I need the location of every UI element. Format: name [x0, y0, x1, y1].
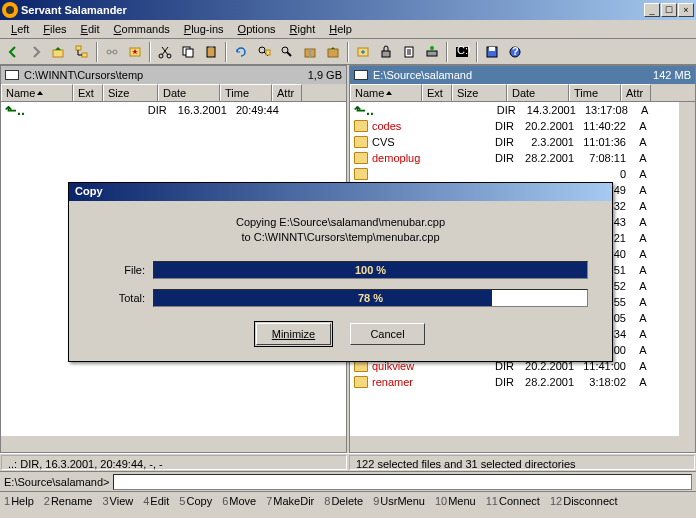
back-button[interactable] [2, 41, 24, 63]
col-size[interactable]: Size [452, 84, 507, 101]
save-pos-button[interactable] [481, 41, 503, 63]
file-attr: A [630, 152, 656, 164]
toolbar-sep [347, 42, 349, 62]
paste-button[interactable] [200, 41, 222, 63]
scrollbar-h[interactable] [1, 436, 330, 452]
up-button[interactable] [48, 41, 70, 63]
refresh-button[interactable] [230, 41, 252, 63]
minimize-button[interactable]: _ [644, 3, 660, 17]
table-row[interactable]: codesDIR20.2.200111:40:22A [350, 118, 695, 134]
scrollbar-v[interactable] [679, 102, 695, 436]
maximize-button[interactable]: ☐ [661, 3, 677, 17]
cut-button[interactable] [154, 41, 176, 63]
fkey-move[interactable]: 6Move [222, 495, 256, 507]
col-date[interactable]: Date [158, 84, 220, 101]
fkey-help[interactable]: 1Help [4, 495, 34, 507]
properties-button[interactable] [398, 41, 420, 63]
tree-button[interactable] [71, 41, 93, 63]
svg-rect-10 [207, 47, 215, 57]
svg-point-4 [113, 50, 117, 54]
fkey-view[interactable]: 3View [102, 495, 133, 507]
table-row[interactable]: CVSDIR2.3.200111:01:36A [350, 134, 695, 150]
connect-button[interactable] [421, 41, 443, 63]
app-title: Servant Salamander [21, 4, 644, 16]
svg-rect-13 [266, 50, 270, 55]
col-ext[interactable]: Ext [73, 84, 103, 101]
col-time[interactable]: Time [220, 84, 272, 101]
scrollbar-h[interactable] [350, 436, 679, 452]
total-progressbar: 78 % [153, 289, 588, 307]
share-button[interactable] [352, 41, 374, 63]
file-attr: A [630, 136, 656, 148]
file-attr: A [630, 280, 656, 292]
menu-files[interactable]: Files [36, 21, 73, 37]
toolbar: C:\ ? [0, 39, 696, 65]
toolbar-sep [446, 42, 448, 62]
col-attr[interactable]: Attr [272, 84, 302, 101]
fkey-edit[interactable]: 4Edit [143, 495, 169, 507]
dialog-title: Copy [69, 183, 612, 201]
fkey-usrmenu[interactable]: 9UsrMenu [373, 495, 425, 507]
fkey-connect[interactable]: 11Connect [486, 495, 540, 507]
file-time: 0 [578, 168, 630, 180]
menu-help[interactable]: Help [322, 21, 359, 37]
close-button[interactable]: × [678, 3, 694, 17]
find-button[interactable] [253, 41, 275, 63]
fkey-disconnect[interactable]: 12Disconnect [550, 495, 618, 507]
cmd-prompt: E:\Source\salamand> [4, 476, 109, 488]
view-button[interactable] [276, 41, 298, 63]
table-row[interactable]: demoplugDIR28.2.20017:08:11A [350, 150, 695, 166]
permissions-button[interactable] [375, 41, 397, 63]
file-time: 11:01:36 [578, 136, 630, 148]
file-attr: A [630, 344, 656, 356]
fkey-rename[interactable]: 2Rename [44, 495, 93, 507]
col-time[interactable]: Time [569, 84, 621, 101]
menu-right[interactable]: Right [283, 21, 323, 37]
right-pathbar[interactable]: E:\Source\salamand 142 MB [350, 66, 695, 84]
right-status: 122 selected files and 31 selected direc… [349, 455, 695, 470]
col-attr[interactable]: Attr [621, 84, 651, 101]
svg-rect-26 [489, 47, 495, 51]
fkey-delete[interactable]: 8Delete [324, 495, 363, 507]
copy-button[interactable] [177, 41, 199, 63]
col-name[interactable]: Name [1, 84, 73, 101]
left-pathbar[interactable]: C:\WINNT\Cursors\temp 1,9 GB [1, 66, 346, 84]
favorites-button[interactable] [124, 41, 146, 63]
file-attr: A [630, 296, 656, 308]
updir-row[interactable]: ⬑..DIR16.3.200120:49:44 [1, 102, 346, 118]
drive-icon [5, 70, 19, 80]
unzip-button[interactable] [322, 41, 344, 63]
link-button[interactable] [101, 41, 123, 63]
col-size[interactable]: Size [103, 84, 158, 101]
menu-plug-ins[interactable]: Plug-ins [177, 21, 231, 37]
menu-options[interactable]: Options [231, 21, 283, 37]
copy-dialog: Copy Copying E:\Source\salamand\menubar.… [68, 182, 613, 362]
updir-row[interactable]: ⬑..DIR14.3.200113:17:08A [350, 102, 695, 118]
svg-rect-16 [309, 49, 311, 57]
menu-left[interactable]: Left [4, 21, 36, 37]
fkey-menu[interactable]: 10Menu [435, 495, 476, 507]
table-row[interactable]: 0A [350, 166, 695, 182]
app-icon [2, 2, 18, 18]
col-name[interactable]: Name [350, 84, 422, 101]
file-attr: A [630, 168, 656, 180]
file-attr: A [630, 248, 656, 260]
help-button[interactable]: ? [504, 41, 526, 63]
svg-rect-9 [186, 49, 193, 57]
cmd-button[interactable]: C:\ [451, 41, 473, 63]
table-row[interactable]: renamerDIR28.2.20013:18:02A [350, 374, 695, 390]
forward-button[interactable] [25, 41, 47, 63]
fkey-makedir[interactable]: 7MakeDir [266, 495, 314, 507]
col-ext[interactable]: Ext [422, 84, 452, 101]
right-freespace: 142 MB [653, 69, 691, 81]
right-columns: Name Ext Size Date Time Attr [350, 84, 695, 102]
col-date[interactable]: Date [507, 84, 569, 101]
menu-commands[interactable]: Commands [107, 21, 177, 37]
minimize-button[interactable]: Minimize [256, 323, 331, 345]
updir-icon: ⬑.. [354, 102, 374, 118]
cancel-button[interactable]: Cancel [350, 323, 425, 345]
menu-edit[interactable]: Edit [74, 21, 107, 37]
fkey-copy[interactable]: 5Copy [179, 495, 212, 507]
cmd-input[interactable] [113, 474, 692, 490]
zip-button[interactable] [299, 41, 321, 63]
